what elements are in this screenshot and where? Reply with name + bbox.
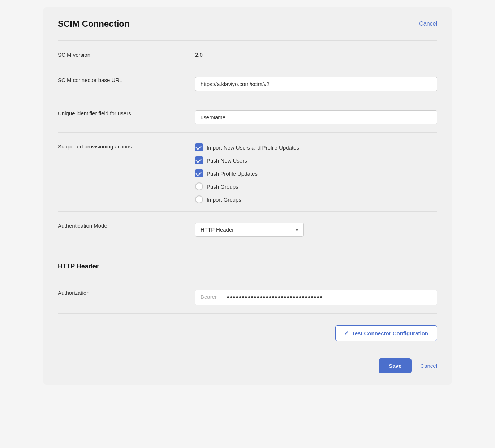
checkbox-push-groups-label: Push Groups [207,184,238,190]
authorization-row: Authorization Bearer [58,279,437,314]
auth-mode-label: Authentication Mode [58,220,195,229]
auth-mode-field-wrapper: HTTP Header OAuth Basic Auth ▼ [195,220,437,237]
scim-version-row: SCIM version 2.0 [58,40,437,66]
checkbox-import-groups[interactable]: Import Groups [195,195,437,203]
checkbox-unchecked-icon [195,182,203,190]
authorization-field-wrapper: Bearer [195,287,437,305]
provisioning-label: Supported provisioning actions [58,141,195,150]
section-divider [58,254,437,254]
scim-base-url-input[interactable] [195,77,437,91]
auth-input-group: Bearer [195,290,437,305]
scim-base-url-row: SCIM connector base URL [58,66,437,99]
checkbox-group: Import New Users and Profile Updates Pus… [195,143,437,203]
unique-id-input[interactable] [195,110,437,124]
checkbox-import-new-users-label: Import New Users and Profile Updates [207,145,299,151]
http-header-title: HTTP Header [58,263,437,270]
checkbox-push-new-users[interactable]: Push New Users [195,156,437,164]
test-connector-label: Test Connector Configuration [352,330,428,336]
checkbox-import-groups-label: Import Groups [207,197,241,203]
unique-id-row: Unique identifier field for users [58,99,437,133]
scim-base-url-label: SCIM connector base URL [58,74,195,83]
checkbox-unchecked-icon [195,195,203,203]
test-connector-button[interactable]: ✓ Test Connector Configuration [335,325,437,341]
check-icon: ✓ [344,330,349,336]
provisioning-actions-row: Supported provisioning actions Import Ne… [58,133,437,212]
bottom-actions: Save Cancel [58,353,437,373]
checkbox-push-profile-updates[interactable]: Push Profile Updates [195,169,437,177]
auth-mode-row: Authentication Mode HTTP Header OAuth Ba… [58,212,437,245]
save-button[interactable]: Save [379,358,412,373]
page-container: SCIM Connection Cancel SCIM version 2.0 … [43,7,452,385]
checkbox-push-new-users-label: Push New Users [207,158,247,164]
test-button-row: ✓ Test Connector Configuration [58,322,437,341]
scim-version-value: 2.0 [195,49,437,58]
provisioning-checkboxes: Import New Users and Profile Updates Pus… [195,141,437,203]
checkbox-checked-icon [195,156,203,164]
authorization-token-input[interactable] [222,290,437,305]
bearer-prefix: Bearer [195,290,222,305]
scim-version-label: SCIM version [58,49,195,58]
unique-id-label: Unique identifier field for users [58,107,195,116]
form-section: SCIM version 2.0 SCIM connector base URL… [58,40,437,245]
http-header-section: HTTP Header Authorization Bearer ✓ Test … [58,254,437,341]
header: SCIM Connection Cancel [58,19,437,29]
authorization-label: Authorization [58,287,195,296]
auth-mode-select[interactable]: HTTP Header OAuth Basic Auth [195,223,304,237]
bottom-cancel-button[interactable]: Cancel [420,363,437,369]
checkbox-checked-icon [195,143,203,151]
auth-mode-select-wrapper: HTTP Header OAuth Basic Auth ▼ [195,223,304,237]
checkbox-push-groups[interactable]: Push Groups [195,182,437,190]
checkbox-checked-icon [195,169,203,177]
scim-base-url-field-wrapper [195,74,437,91]
checkbox-import-new-users[interactable]: Import New Users and Profile Updates [195,143,437,151]
checkbox-push-profile-updates-label: Push Profile Updates [207,171,258,177]
page-title: SCIM Connection [58,19,130,29]
unique-id-field-wrapper [195,107,437,124]
header-cancel-button[interactable]: Cancel [419,21,437,27]
